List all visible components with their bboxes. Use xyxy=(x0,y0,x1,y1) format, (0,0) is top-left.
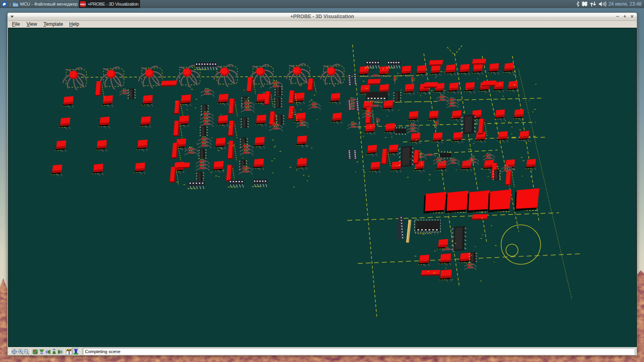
svg-text:ARES: ARES xyxy=(80,3,86,6)
